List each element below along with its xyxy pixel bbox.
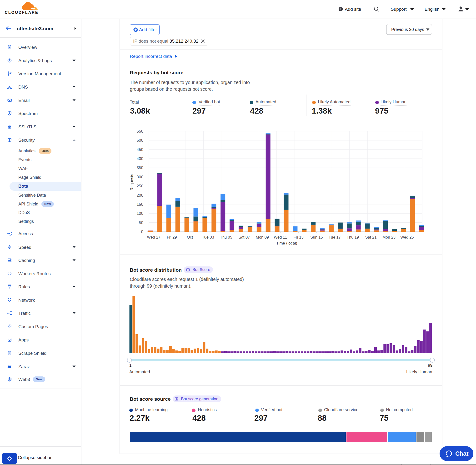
svg-text:Wed 27: Wed 27 [147, 235, 160, 239]
svg-text:Wed 25: Wed 25 [400, 235, 414, 239]
svg-text:50: 50 [139, 221, 143, 225]
svg-text:0: 0 [141, 230, 143, 234]
svg-text:250: 250 [137, 184, 143, 188]
svg-text:Mon 09: Mon 09 [256, 235, 269, 239]
svg-text:200: 200 [137, 193, 143, 198]
svg-text:Tue 03: Tue 03 [202, 235, 214, 239]
svg-text:Time (local): Time (local) [276, 241, 297, 245]
svg-text:Fri 13: Fri 13 [293, 235, 303, 239]
svg-text:300: 300 [137, 175, 143, 179]
svg-text:Tue 17: Tue 17 [328, 235, 341, 239]
svg-text:Thu 19: Thu 19 [347, 235, 359, 239]
svg-text:150: 150 [137, 202, 143, 207]
svg-text:100: 100 [137, 211, 143, 216]
svg-text:Fri 29: Fri 29 [167, 235, 177, 239]
svg-text:Sun 15: Sun 15 [310, 235, 323, 239]
svg-text:Oct: Oct [187, 235, 193, 239]
svg-text:350: 350 [137, 166, 143, 170]
svg-text:Sat 07: Sat 07 [239, 235, 250, 239]
svg-text:Requests: Requests [129, 174, 134, 190]
svg-text:500: 500 [137, 138, 143, 143]
svg-text:Wed 11: Wed 11 [274, 235, 287, 239]
svg-text:450: 450 [137, 147, 143, 152]
svg-text:550: 550 [137, 129, 143, 134]
svg-text:400: 400 [137, 157, 143, 161]
svg-text:Thu 05: Thu 05 [220, 235, 232, 239]
svg-text:Mon 23: Mon 23 [382, 235, 395, 239]
svg-text:Sat 21: Sat 21 [365, 235, 377, 239]
